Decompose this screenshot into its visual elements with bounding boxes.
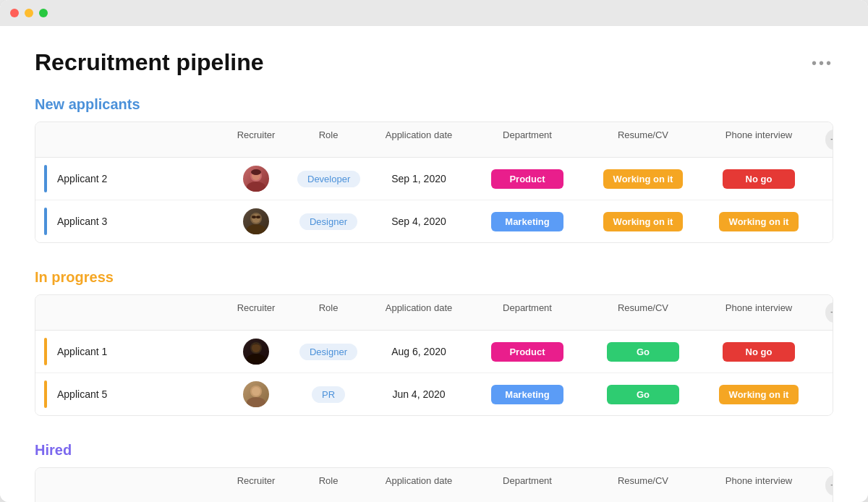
- minimize-dot[interactable]: [25, 9, 33, 17]
- table-in-progress: Recruiter Role Application date Departme…: [35, 294, 833, 416]
- td-resume-0-0: Working on it: [585, 162, 701, 196]
- dept-badge-1-0[interactable]: Product: [491, 342, 563, 362]
- svg-point-5: [247, 224, 265, 234]
- td-avatar-0-0: [224, 158, 289, 199]
- table-row: Applicant 5 PR Jun 4, 2020 Marketing: [35, 373, 833, 415]
- section-in-progress: In progress Recruiter Role Application d…: [35, 269, 833, 416]
- td-extra-1-0: [817, 344, 833, 359]
- phone-badge-0-0[interactable]: No go: [723, 169, 795, 189]
- th-date-1: Application date: [368, 295, 469, 330]
- td-extra-0-1: [817, 214, 833, 229]
- svg-point-3: [251, 169, 261, 175]
- resume-badge-1-1[interactable]: Go: [607, 385, 679, 404]
- dept-badge-0-0[interactable]: Product: [491, 169, 563, 189]
- td-date-0-1: Sep 4, 2020: [368, 208, 469, 234]
- th-add-2: +: [817, 468, 833, 502]
- td-name-1-1: Applicant 5: [35, 373, 224, 415]
- svg-point-1: [247, 182, 265, 192]
- td-resume-1-0: Go: [585, 335, 701, 369]
- section-hired-header: Hired: [35, 442, 833, 459]
- svg-point-8: [256, 216, 260, 218]
- th-add-0: +: [817, 122, 833, 157]
- td-phone-1-0: No go: [701, 335, 817, 369]
- avatar-0-0: [243, 166, 269, 192]
- td-date-1-1: Jun 4, 2020: [368, 381, 469, 407]
- table-header-hired: Recruiter Role Application date Departme…: [35, 468, 833, 502]
- table-new-applicants: Recruiter Role Application date Departme…: [35, 122, 833, 243]
- td-dept-0-0: Product: [469, 162, 585, 196]
- td-dept-1-0: Product: [469, 335, 585, 369]
- table-header-in-progress: Recruiter Role Application date Departme…: [35, 295, 833, 331]
- titlebar: [0, 0, 868, 26]
- td-extra-0-0: [817, 171, 833, 186]
- td-phone-0-1: Working on it: [701, 205, 817, 239]
- table-row: Applicant 2 Developer Sep 1, 2020 Produc…: [35, 158, 833, 200]
- td-avatar-0-1: [224, 201, 289, 242]
- add-column-button-1[interactable]: +: [825, 302, 833, 323]
- dept-badge-1-1[interactable]: Marketing: [491, 385, 563, 404]
- td-name-1-0: Applicant 1: [35, 331, 224, 373]
- td-resume-0-1: Working on it: [585, 205, 701, 239]
- section-hired: Hired Recruiter Role Application date De…: [35, 442, 833, 502]
- th-date-0: Application date: [368, 122, 469, 157]
- table-header-new-applicants: Recruiter Role Application date Departme…: [35, 122, 833, 158]
- th-resume-0: Resume/CV: [585, 122, 701, 157]
- th-recruiter-1: Recruiter: [224, 295, 289, 330]
- section-title-new-applicants: New applicants: [35, 96, 140, 113]
- add-column-button-0[interactable]: +: [825, 129, 833, 150]
- svg-point-7: [252, 216, 256, 218]
- avatar-0-1: [243, 208, 269, 234]
- row-border-1-1: [44, 380, 47, 408]
- th-dept-0: Department: [469, 122, 585, 157]
- phone-badge-1-1[interactable]: Working on it: [719, 385, 799, 404]
- phone-badge-0-1[interactable]: Working on it: [719, 212, 799, 231]
- resume-badge-0-0[interactable]: Working on it: [603, 169, 684, 189]
- th-phone-2: Phone interview: [701, 468, 817, 502]
- td-dept-0-1: Marketing: [469, 205, 585, 239]
- section-new-applicants: New applicants Recruiter Role Applicatio…: [35, 96, 833, 243]
- table-hired: Recruiter Role Application date Departme…: [35, 467, 833, 502]
- maximize-dot[interactable]: [39, 9, 48, 17]
- resume-badge-1-0[interactable]: Go: [607, 342, 679, 362]
- close-dot[interactable]: [10, 9, 19, 17]
- avatar-1-1: [243, 381, 269, 407]
- th-resume-1: Resume/CV: [585, 295, 701, 330]
- td-role-0-1[interactable]: Designer: [289, 206, 368, 237]
- add-column-button-2[interactable]: +: [825, 475, 833, 495]
- th-name-2: [35, 468, 224, 502]
- th-phone-0: Phone interview: [701, 122, 817, 157]
- avatar-1-0: [243, 339, 269, 365]
- td-phone-0-0: No go: [701, 162, 817, 196]
- section-new-applicants-header: New applicants: [35, 96, 833, 113]
- td-date-1-0: Aug 6, 2020: [368, 339, 469, 365]
- resume-badge-0-1[interactable]: Working on it: [603, 212, 684, 231]
- th-name-0: [35, 122, 224, 157]
- more-button[interactable]: •••: [812, 55, 833, 72]
- th-role-0: Role: [289, 122, 368, 157]
- td-role-1-1[interactable]: PR: [289, 379, 368, 410]
- td-dept-1-1: Marketing: [469, 378, 585, 412]
- main-content: Recruitment pipeline ••• New applicants …: [0, 26, 868, 502]
- td-role-1-0[interactable]: Designer: [289, 336, 368, 367]
- section-title-hired: Hired: [35, 442, 72, 459]
- page-title: Recruitment pipeline: [35, 49, 264, 76]
- section-in-progress-header: In progress: [35, 269, 833, 286]
- svg-point-14: [252, 387, 260, 396]
- svg-point-6: [252, 214, 260, 223]
- th-date-2: Application date: [368, 468, 469, 502]
- role-badge-1-0: Designer: [299, 344, 357, 360]
- table-row: Applicant 3 Designer Sep 4, 2020 Marketi…: [35, 200, 833, 242]
- row-border-0-1: [44, 208, 47, 235]
- table-row: Applicant 1 Designer Aug 6, 2020 Product: [35, 331, 833, 373]
- phone-badge-1-0[interactable]: No go: [723, 342, 795, 362]
- td-role-0-0[interactable]: Developer: [289, 163, 368, 195]
- td-avatar-1-1: [224, 374, 289, 414]
- th-add-1: +: [817, 295, 833, 330]
- applicant-name-0-0: Applicant 2: [57, 173, 107, 184]
- th-dept-2: Department: [469, 468, 585, 502]
- applicant-name-1-0: Applicant 1: [57, 346, 107, 357]
- svg-point-13: [247, 397, 265, 407]
- dept-badge-0-1[interactable]: Marketing: [491, 212, 563, 231]
- svg-point-10: [247, 354, 265, 365]
- td-phone-1-1: Working on it: [701, 378, 817, 412]
